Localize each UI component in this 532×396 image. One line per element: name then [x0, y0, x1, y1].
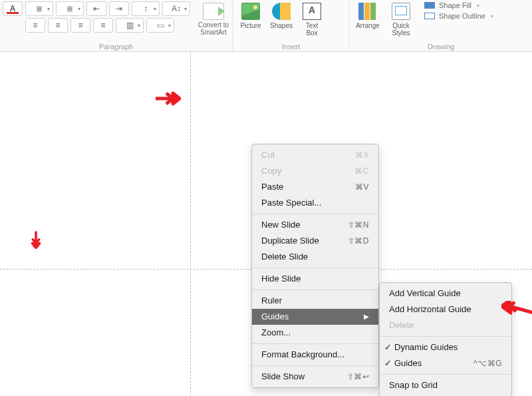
picture-button[interactable]: Picture	[237, 3, 265, 29]
align-justify-button[interactable]: ≡	[93, 18, 113, 33]
menu-guides[interactable]: Guides▶	[252, 309, 378, 325]
shape-fill-label: Shape Fill	[439, 1, 471, 9]
bullets-button[interactable]: ≣	[25, 1, 53, 16]
text-box-label: Text Box	[306, 22, 318, 37]
text-direction-button[interactable]: A↕	[162, 1, 190, 16]
submenu-delete: Delete	[380, 317, 511, 333]
quick-styles-icon	[392, 3, 410, 20]
menu-ruler[interactable]: Ruler	[252, 293, 378, 309]
menu-paste-special[interactable]: Paste Special...	[252, 195, 378, 211]
sector-label-paragraph: Paragraph	[0, 42, 232, 51]
sector-label-drawing: Drawing	[350, 42, 532, 51]
shapes-button[interactable]: Shapes	[267, 3, 295, 29]
menu-cut: Cut⌘X	[252, 147, 378, 163]
numbering-button[interactable]: ≣	[56, 1, 84, 16]
submenu-snap-to-grid[interactable]: Snap to Grid	[380, 377, 511, 393]
menu-slide-show[interactable]: Slide Show⇧⌘↩	[252, 369, 378, 385]
shapes-label: Shapes	[270, 22, 293, 29]
line-spacing-button[interactable]: ↕	[132, 1, 160, 16]
menu-hide-slide[interactable]: Hide Slide	[252, 271, 378, 287]
ribbon-sector-insert: Picture Shapes Text Box Insert	[233, 0, 350, 51]
shape-fill-button[interactable]: Shape Fill	[424, 1, 493, 9]
paragraph-button-cluster	[4, 1, 23, 16]
text-box-button[interactable]: Text Box	[298, 3, 326, 37]
menu-duplicate-slide[interactable]: Duplicate Slide⇧⌘D	[252, 233, 378, 249]
shapes-icon	[272, 3, 291, 20]
paragraph-align-cluster: ≣ ≣ ⇤ ⇥ ↕ A↕ ≡ ≡ ≡ ≡ ▥ ▭	[25, 1, 190, 33]
columns-button[interactable]: ▥	[116, 18, 144, 33]
shape-fill-icon	[424, 2, 435, 9]
context-menu: Cut⌘X Copy⌘C Paste⌘V Paste Special... Ne…	[251, 144, 379, 388]
submenu-add-horizontal-guide[interactable]: Add Horizontal Guide	[380, 301, 511, 317]
ribbon-sector-paragraph: ≣ ≣ ⇤ ⇥ ↕ A↕ ≡ ≡ ≡ ≡ ▥ ▭ Convert	[0, 0, 233, 51]
guides-submenu: Add Vertical Guide Add Horizontal Guide …	[379, 282, 512, 396]
convert-to-smartart-button[interactable]: Convert to SmartArt	[198, 3, 229, 36]
shape-outline-button[interactable]: Shape Outline	[424, 12, 493, 20]
annotation-arrow-down	[23, 230, 49, 249]
menu-format-background[interactable]: Format Background...	[252, 347, 378, 363]
menu-delete-slide[interactable]: Delete Slide	[252, 249, 378, 265]
picture-label: Picture	[240, 22, 261, 29]
menu-paste[interactable]: Paste⌘V	[252, 179, 378, 195]
shape-outline-icon	[424, 13, 435, 19]
quick-styles-button[interactable]: Quick Styles	[387, 3, 415, 37]
ribbon: ≣ ≣ ⇤ ⇥ ↕ A↕ ≡ ≡ ≡ ≡ ▥ ▭ Convert	[0, 0, 532, 52]
ribbon-sector-drawing: Arrange Quick Styles Shape Fill Shape Ou…	[350, 0, 532, 51]
vertical-guide[interactable]	[190, 52, 191, 396]
arrange-label: Arrange	[356, 22, 380, 29]
picture-icon	[241, 3, 260, 20]
menu-copy: Copy⌘C	[252, 163, 378, 179]
quick-styles-label: Quick Styles	[392, 22, 410, 37]
menu-new-slide[interactable]: New Slide⇧⌘N	[252, 217, 378, 233]
arrange-button[interactable]: Arrange	[354, 3, 382, 29]
align-left-button[interactable]: ≡	[25, 18, 45, 33]
shape-outline-label: Shape Outline	[439, 12, 485, 20]
submenu-dynamic-guides[interactable]: ✓Dynamic Guides	[380, 339, 511, 355]
align-text-button[interactable]: ▭	[146, 18, 174, 33]
font-color-button[interactable]	[3, 1, 23, 16]
submenu-guides[interactable]: ✓Guides^⌥⌘G	[380, 355, 511, 371]
smartart-label: Convert to SmartArt	[198, 21, 229, 36]
align-center-button[interactable]: ≡	[48, 18, 68, 33]
annotation-arrow-left	[501, 301, 532, 317]
sector-label-insert: Insert	[233, 42, 349, 51]
submenu-add-vertical-guide[interactable]: Add Vertical Guide	[380, 286, 511, 301]
outdent-button[interactable]: ⇤	[86, 1, 106, 16]
smartart-icon	[203, 3, 224, 20]
indent-button[interactable]: ⇥	[109, 1, 129, 16]
annotation-arrow-right	[154, 89, 181, 108]
menu-zoom[interactable]: Zoom...	[252, 325, 378, 341]
arrange-icon	[358, 3, 377, 20]
text-box-icon	[303, 3, 321, 20]
align-right-button[interactable]: ≡	[70, 18, 90, 33]
